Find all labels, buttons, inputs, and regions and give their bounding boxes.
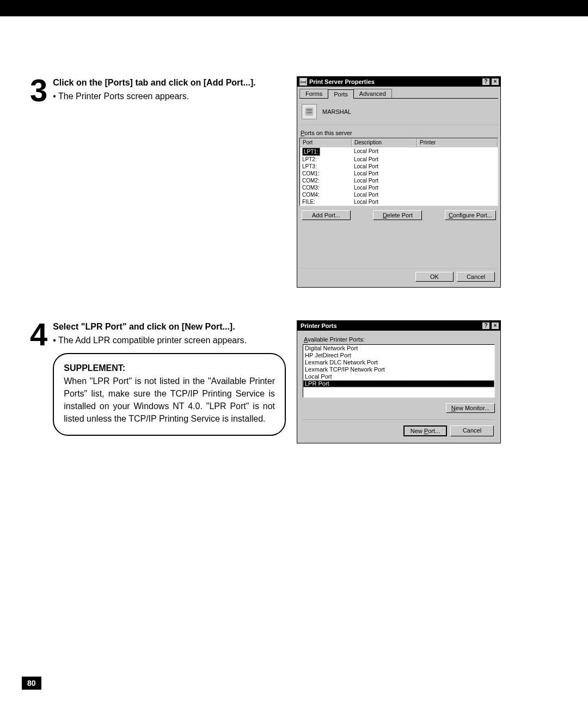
ports-list[interactable]: Port Description Printer LPT1:Local Port… bbox=[299, 138, 498, 206]
close-button[interactable]: × bbox=[491, 322, 499, 330]
list-item[interactable]: HP JetDirect Port bbox=[303, 352, 494, 359]
ports-list-header: Port Description Printer bbox=[300, 138, 498, 147]
new-port-button[interactable]: New Port... bbox=[403, 425, 447, 436]
available-ports-listbox[interactable]: Digital Network PortHP JetDirect PortLex… bbox=[303, 344, 495, 398]
ok-button[interactable]: OK bbox=[415, 272, 454, 282]
col-description: Description bbox=[352, 138, 417, 147]
list-item[interactable]: Local Port bbox=[303, 373, 494, 380]
step-3: 3 Click on the [Ports] tab and click on … bbox=[30, 76, 558, 288]
printer-icon bbox=[299, 78, 307, 86]
ports-list-label: Ports on this server bbox=[301, 130, 498, 136]
list-item[interactable]: Lexmark TCP/IP Network Port bbox=[303, 366, 494, 373]
port-row[interactable]: COM3:Local Port bbox=[300, 184, 498, 191]
col-port: Port bbox=[300, 138, 352, 147]
svg-rect-5 bbox=[307, 112, 312, 113]
step-4-bullet: The Add LPR compatible printer screen ap… bbox=[53, 334, 286, 346]
step-3-title: Click on the [Ports] tab and click on [A… bbox=[53, 76, 286, 89]
available-ports-label: Available Printer Ports: bbox=[304, 336, 495, 343]
step-4: 4 Select "LPR Port" and click on [New Po… bbox=[30, 320, 558, 443]
help-button[interactable]: ? bbox=[482, 322, 490, 330]
titlebar: Print Server Properties ? × bbox=[297, 77, 500, 87]
server-icon bbox=[302, 104, 317, 119]
svg-rect-1 bbox=[302, 79, 305, 81]
supplement-title: SUPPLEMENT: bbox=[64, 362, 275, 374]
step-4-title: Select "LPR Port" and click on [New Port… bbox=[53, 320, 286, 333]
supplement-body: When "LPR Port" is not listed in the "Av… bbox=[64, 376, 275, 424]
col-printer: Printer bbox=[417, 138, 498, 147]
add-port-button[interactable]: Add Port... bbox=[302, 210, 351, 220]
svg-rect-4 bbox=[307, 109, 312, 111]
delete-port-button[interactable]: Delete Port bbox=[373, 210, 422, 220]
tabstrip: Forms Ports Advanced bbox=[299, 89, 498, 99]
port-row[interactable]: FILE:Local Port bbox=[300, 198, 498, 205]
print-server-properties-dialog: Print Server Properties ? × Forms Ports … bbox=[297, 76, 501, 288]
titlebar: Printer Ports ? × bbox=[297, 321, 500, 331]
port-row[interactable]: COM1:Local Port bbox=[300, 170, 498, 177]
dialog-title: Printer Ports bbox=[301, 322, 481, 329]
server-name: MARSHAL bbox=[322, 108, 351, 115]
port-row[interactable]: COM2:Local Port bbox=[300, 177, 498, 184]
step-4-number: 4 bbox=[30, 320, 47, 436]
help-button[interactable]: ? bbox=[482, 78, 490, 86]
port-row[interactable]: LPT2:Local Port bbox=[300, 156, 498, 163]
configure-port-button[interactable]: Configure Port... bbox=[445, 210, 496, 220]
page-number: 80 bbox=[22, 677, 41, 690]
close-button[interactable]: × bbox=[491, 78, 499, 86]
list-item[interactable]: Digital Network Port bbox=[303, 345, 494, 352]
list-item[interactable]: Lexmark DLC Network Port bbox=[303, 359, 494, 366]
port-row[interactable]: LPT3:Local Port bbox=[300, 163, 498, 170]
list-item[interactable]: LPR Port bbox=[303, 380, 494, 387]
printer-ports-dialog: Printer Ports ? × Available Printer Port… bbox=[297, 320, 501, 443]
page-header-band bbox=[0, 0, 588, 54]
port-row[interactable]: LPT1:Local Port bbox=[300, 148, 498, 156]
cancel-button[interactable]: Cancel bbox=[457, 272, 495, 282]
supplement-box: SUPPLEMENT: When "LPR Port" is not liste… bbox=[53, 353, 286, 436]
port-row[interactable]: COM4:Local Port bbox=[300, 191, 498, 198]
tab-forms[interactable]: Forms bbox=[299, 89, 328, 98]
tab-ports[interactable]: Ports bbox=[328, 89, 354, 99]
new-monitor-button[interactable]: New Monitor... bbox=[446, 403, 495, 413]
tab-advanced[interactable]: Advanced bbox=[353, 89, 392, 98]
step-3-bullet: The Printer Ports screen appears. bbox=[53, 90, 286, 102]
cancel-button[interactable]: Cancel bbox=[450, 425, 494, 436]
step-3-number: 3 bbox=[30, 76, 47, 288]
dialog-title: Print Server Properties bbox=[309, 78, 481, 85]
svg-rect-2 bbox=[302, 83, 305, 85]
